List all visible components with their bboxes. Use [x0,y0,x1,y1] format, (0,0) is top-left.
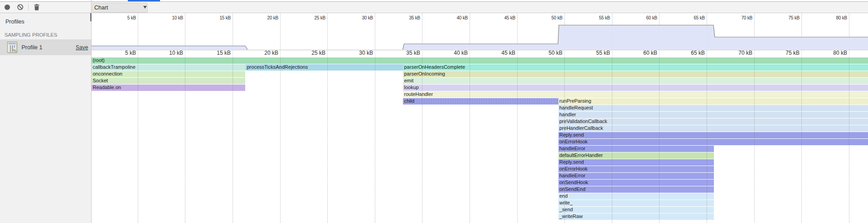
svg-text:%: % [13,48,16,53]
